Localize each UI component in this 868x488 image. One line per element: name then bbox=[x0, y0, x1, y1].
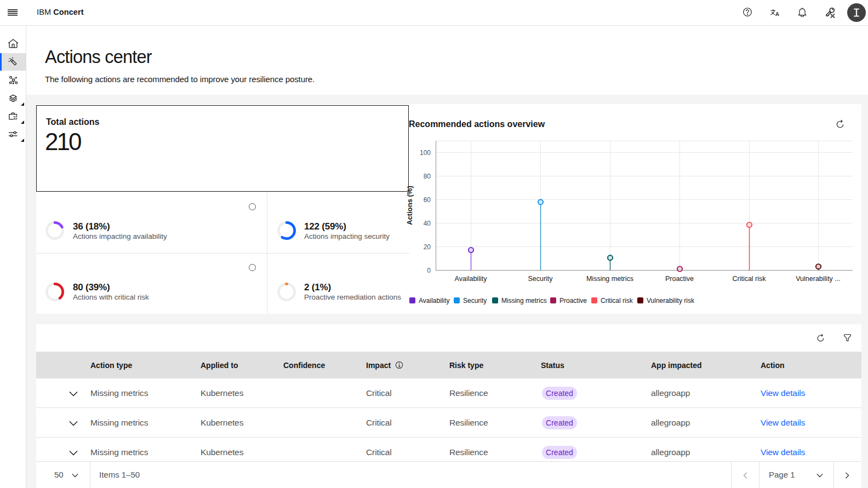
svg-text:Actions (%): Actions (%) bbox=[406, 186, 414, 225]
svg-text:100: 100 bbox=[420, 149, 431, 157]
svg-text:Critical risk: Critical risk bbox=[732, 275, 766, 283]
svg-text:0: 0 bbox=[427, 267, 431, 274]
svg-text:Missing metrics: Missing metrics bbox=[586, 275, 633, 283]
svg-text:20: 20 bbox=[424, 243, 431, 251]
svg-text:Proactive: Proactive bbox=[665, 275, 694, 283]
svg-text:Security: Security bbox=[528, 275, 553, 283]
svg-text:60: 60 bbox=[424, 196, 431, 204]
svg-text:Vulnerability ...: Vulnerability ... bbox=[796, 275, 841, 283]
svg-text:80: 80 bbox=[424, 173, 431, 180]
svg-text:40: 40 bbox=[424, 220, 431, 227]
svg-text:Availability: Availability bbox=[455, 275, 488, 283]
